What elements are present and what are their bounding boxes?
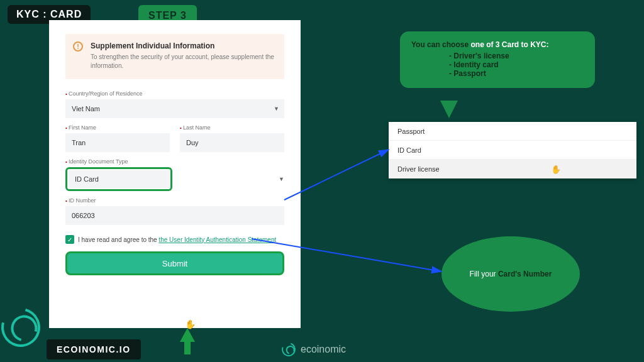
info-icon: ! bbox=[73, 41, 83, 52]
chevron-down-icon: ▼ bbox=[279, 176, 284, 182]
cursor-icon: ✋ bbox=[551, 165, 561, 174]
agreement-link[interactable]: the User Identity Authentication Stateme… bbox=[158, 236, 276, 243]
notice-title: Supplement Individual Information bbox=[91, 41, 275, 50]
brand-center-text: ecoinomic bbox=[301, 344, 346, 355]
doc-type-label: Identity Document Type bbox=[65, 158, 284, 165]
first-name-label: First Name bbox=[65, 124, 170, 131]
id-number-input[interactable] bbox=[65, 206, 284, 225]
info-notice: ! Supplement Individual Information To s… bbox=[65, 34, 284, 79]
dropdown-item-driver[interactable]: Driver license ✋ bbox=[389, 160, 636, 178]
fill-number-callout: Fill your Card's Number bbox=[441, 236, 580, 312]
ecoinomic-logo-icon bbox=[279, 340, 297, 358]
country-select[interactable]: ▼ bbox=[65, 99, 284, 118]
doc-type-select[interactable] bbox=[69, 170, 169, 188]
doc-type-dropdown: Passport ID Card Driver license ✋ bbox=[389, 122, 636, 178]
notice-desc: To strengthen the security of your accou… bbox=[91, 53, 275, 70]
first-name-input[interactable] bbox=[65, 133, 170, 152]
brand-badge: ECOINOMIC.IO bbox=[47, 339, 141, 359]
chevron-down-icon: ▼ bbox=[274, 106, 279, 112]
dropdown-item-idcard[interactable]: ID Card bbox=[389, 141, 636, 160]
doc-type-value[interactable] bbox=[69, 170, 169, 188]
id-number-label: ID Number bbox=[65, 197, 284, 204]
last-name-label: Last Name bbox=[180, 124, 284, 131]
submit-button[interactable]: Submit bbox=[65, 251, 284, 275]
speech-tail-icon bbox=[440, 101, 458, 118]
kyc-form-card: ! Supplement Individual Information To s… bbox=[49, 20, 301, 328]
agree-checkbox[interactable]: ✓ bbox=[65, 235, 74, 244]
choose-card-callout: You can choose one of 3 Card to KYC: - D… bbox=[400, 31, 595, 88]
brand-center: ecoinomic bbox=[282, 343, 346, 356]
agree-text: I have read and agree to the the User Id… bbox=[78, 236, 276, 243]
last-name-input[interactable] bbox=[180, 133, 284, 152]
ecoinomic-logo-icon bbox=[0, 301, 47, 354]
up-arrow-icon bbox=[180, 328, 195, 342]
doc-type-highlight bbox=[65, 167, 172, 191]
dropdown-item-passport[interactable]: Passport bbox=[389, 122, 636, 141]
country-label: Country/Region of Residence bbox=[65, 90, 284, 97]
country-value[interactable] bbox=[65, 99, 284, 118]
